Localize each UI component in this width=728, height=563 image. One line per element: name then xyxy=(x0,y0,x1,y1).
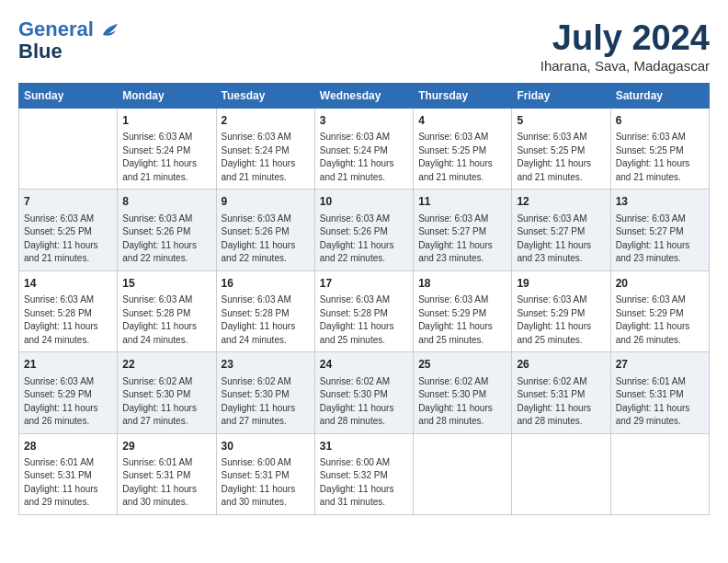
day-number: 27 xyxy=(616,357,704,373)
day-number: 8 xyxy=(122,194,210,210)
day-number: 12 xyxy=(517,194,605,210)
day-number: 5 xyxy=(517,113,605,129)
day-info: Sunrise: 6:03 AM Sunset: 5:28 PM Dayligh… xyxy=(320,293,408,347)
calendar-cell: 15Sunrise: 6:03 AM Sunset: 5:28 PM Dayli… xyxy=(118,270,216,351)
day-number: 31 xyxy=(320,439,408,454)
day-number: 9 xyxy=(222,194,310,210)
day-info: Sunrise: 6:03 AM Sunset: 5:27 PM Dayligh… xyxy=(616,213,704,266)
calendar-week-row: 28Sunrise: 6:01 AM Sunset: 5:31 PM Dayli… xyxy=(19,433,710,514)
weekday-header-friday: Friday xyxy=(512,84,610,109)
day-info: Sunrise: 6:02 AM Sunset: 5:31 PM Dayligh… xyxy=(517,375,605,429)
weekday-header-tuesday: Tuesday xyxy=(216,84,314,109)
calendar-cell: 11Sunrise: 6:03 AM Sunset: 5:27 PM Dayli… xyxy=(414,190,512,270)
calendar-cell: 7Sunrise: 6:03 AM Sunset: 5:25 PM Daylig… xyxy=(19,190,118,270)
day-number: 25 xyxy=(418,357,506,373)
day-info: Sunrise: 6:03 AM Sunset: 5:25 PM Dayligh… xyxy=(616,131,704,184)
day-number: 19 xyxy=(517,276,605,292)
page-header: General Blue July 2024 Iharana, Sava, Ma… xyxy=(18,18,710,74)
month-title: July 2024 xyxy=(540,18,710,58)
calendar-cell xyxy=(610,433,709,514)
calendar-cell: 14Sunrise: 6:03 AM Sunset: 5:28 PM Dayli… xyxy=(19,270,118,351)
day-number: 30 xyxy=(222,439,310,454)
day-number: 23 xyxy=(222,357,310,373)
calendar-cell: 27Sunrise: 6:01 AM Sunset: 5:31 PM Dayli… xyxy=(610,352,709,433)
day-number: 18 xyxy=(418,276,506,292)
day-info: Sunrise: 6:03 AM Sunset: 5:29 PM Dayligh… xyxy=(418,293,506,347)
calendar-cell: 19Sunrise: 6:03 AM Sunset: 5:29 PM Dayli… xyxy=(512,270,610,351)
weekday-header-wednesday: Wednesday xyxy=(314,84,413,109)
calendar-cell: 22Sunrise: 6:02 AM Sunset: 5:30 PM Dayli… xyxy=(118,352,216,433)
calendar-cell: 18Sunrise: 6:03 AM Sunset: 5:29 PM Dayli… xyxy=(414,270,512,351)
location: Iharana, Sava, Madagascar xyxy=(540,58,710,74)
day-number: 7 xyxy=(24,194,112,210)
day-info: Sunrise: 6:03 AM Sunset: 5:28 PM Dayligh… xyxy=(222,293,310,347)
calendar-cell: 12Sunrise: 6:03 AM Sunset: 5:27 PM Dayli… xyxy=(512,190,610,270)
day-info: Sunrise: 6:03 AM Sunset: 5:26 PM Dayligh… xyxy=(122,213,210,266)
logo-blue: Blue xyxy=(18,40,119,63)
day-number: 29 xyxy=(122,439,210,454)
calendar-cell: 13Sunrise: 6:03 AM Sunset: 5:27 PM Dayli… xyxy=(610,190,709,270)
day-info: Sunrise: 6:03 AM Sunset: 5:28 PM Dayligh… xyxy=(122,293,210,347)
weekday-header-row: SundayMondayTuesdayWednesdayThursdayFrid… xyxy=(19,84,710,109)
day-info: Sunrise: 6:00 AM Sunset: 5:31 PM Dayligh… xyxy=(222,456,310,510)
calendar-cell xyxy=(512,433,610,514)
day-info: Sunrise: 6:03 AM Sunset: 5:28 PM Dayligh… xyxy=(24,293,112,347)
day-info: Sunrise: 6:03 AM Sunset: 5:25 PM Dayligh… xyxy=(24,213,112,266)
day-info: Sunrise: 6:01 AM Sunset: 5:31 PM Dayligh… xyxy=(24,456,112,510)
day-info: Sunrise: 6:03 AM Sunset: 5:29 PM Dayligh… xyxy=(616,293,704,347)
weekday-header-thursday: Thursday xyxy=(414,84,512,109)
day-info: Sunrise: 6:02 AM Sunset: 5:30 PM Dayligh… xyxy=(320,375,408,429)
day-number: 20 xyxy=(616,276,704,292)
day-number: 11 xyxy=(418,194,506,210)
day-info: Sunrise: 6:03 AM Sunset: 5:25 PM Dayligh… xyxy=(418,131,506,184)
logo-bird-icon xyxy=(101,22,119,39)
calendar-cell: 29Sunrise: 6:01 AM Sunset: 5:31 PM Dayli… xyxy=(118,433,216,514)
logo: General Blue xyxy=(18,18,119,63)
calendar-cell: 8Sunrise: 6:03 AM Sunset: 5:26 PM Daylig… xyxy=(118,190,216,270)
calendar-cell: 25Sunrise: 6:02 AM Sunset: 5:30 PM Dayli… xyxy=(414,352,512,433)
title-block: July 2024 Iharana, Sava, Madagascar xyxy=(540,18,710,74)
day-info: Sunrise: 6:03 AM Sunset: 5:24 PM Dayligh… xyxy=(222,131,310,184)
calendar-table: SundayMondayTuesdayWednesdayThursdayFrid… xyxy=(18,83,710,515)
weekday-header-sunday: Sunday xyxy=(19,84,118,109)
day-number: 10 xyxy=(320,194,408,210)
calendar-cell: 6Sunrise: 6:03 AM Sunset: 5:25 PM Daylig… xyxy=(610,109,709,190)
day-info: Sunrise: 6:03 AM Sunset: 5:24 PM Dayligh… xyxy=(320,131,408,184)
calendar-cell: 30Sunrise: 6:00 AM Sunset: 5:31 PM Dayli… xyxy=(216,433,314,514)
calendar-cell: 24Sunrise: 6:02 AM Sunset: 5:30 PM Dayli… xyxy=(314,352,413,433)
day-info: Sunrise: 6:03 AM Sunset: 5:27 PM Dayligh… xyxy=(517,213,605,266)
calendar-cell: 5Sunrise: 6:03 AM Sunset: 5:25 PM Daylig… xyxy=(512,109,610,190)
day-number: 17 xyxy=(320,276,408,292)
day-number: 15 xyxy=(122,276,210,292)
calendar-cell: 1Sunrise: 6:03 AM Sunset: 5:24 PM Daylig… xyxy=(118,109,216,190)
calendar-cell: 26Sunrise: 6:02 AM Sunset: 5:31 PM Dayli… xyxy=(512,352,610,433)
day-info: Sunrise: 6:02 AM Sunset: 5:30 PM Dayligh… xyxy=(222,375,310,429)
calendar-cell: 21Sunrise: 6:03 AM Sunset: 5:29 PM Dayli… xyxy=(19,352,118,433)
day-info: Sunrise: 6:03 AM Sunset: 5:25 PM Dayligh… xyxy=(517,131,605,184)
day-info: Sunrise: 6:03 AM Sunset: 5:29 PM Dayligh… xyxy=(517,293,605,347)
weekday-header-monday: Monday xyxy=(118,84,216,109)
day-number: 28 xyxy=(24,439,112,454)
day-info: Sunrise: 6:00 AM Sunset: 5:32 PM Dayligh… xyxy=(320,456,408,510)
calendar-week-row: 7Sunrise: 6:03 AM Sunset: 5:25 PM Daylig… xyxy=(19,190,710,270)
day-info: Sunrise: 6:02 AM Sunset: 5:30 PM Dayligh… xyxy=(418,375,506,429)
day-info: Sunrise: 6:01 AM Sunset: 5:31 PM Dayligh… xyxy=(616,375,704,429)
calendar-cell: 23Sunrise: 6:02 AM Sunset: 5:30 PM Dayli… xyxy=(216,352,314,433)
day-info: Sunrise: 6:01 AM Sunset: 5:31 PM Dayligh… xyxy=(122,456,210,510)
day-number: 16 xyxy=(222,276,310,292)
day-info: Sunrise: 6:02 AM Sunset: 5:30 PM Dayligh… xyxy=(122,375,210,429)
calendar-cell: 31Sunrise: 6:00 AM Sunset: 5:32 PM Dayli… xyxy=(314,433,413,514)
weekday-header-saturday: Saturday xyxy=(610,84,709,109)
day-number: 6 xyxy=(616,113,704,129)
calendar-cell: 20Sunrise: 6:03 AM Sunset: 5:29 PM Dayli… xyxy=(610,270,709,351)
day-number: 1 xyxy=(122,113,210,129)
day-info: Sunrise: 6:03 AM Sunset: 5:27 PM Dayligh… xyxy=(418,213,506,266)
day-info: Sunrise: 6:03 AM Sunset: 5:26 PM Dayligh… xyxy=(320,213,408,266)
day-info: Sunrise: 6:03 AM Sunset: 5:29 PM Dayligh… xyxy=(24,375,112,429)
calendar-cell: 9Sunrise: 6:03 AM Sunset: 5:26 PM Daylig… xyxy=(216,190,314,270)
day-number: 13 xyxy=(616,194,704,210)
calendar-cell: 16Sunrise: 6:03 AM Sunset: 5:28 PM Dayli… xyxy=(216,270,314,351)
calendar-week-row: 14Sunrise: 6:03 AM Sunset: 5:28 PM Dayli… xyxy=(19,270,710,351)
day-info: Sunrise: 6:03 AM Sunset: 5:26 PM Dayligh… xyxy=(222,213,310,266)
calendar-week-row: 1Sunrise: 6:03 AM Sunset: 5:24 PM Daylig… xyxy=(19,109,710,190)
